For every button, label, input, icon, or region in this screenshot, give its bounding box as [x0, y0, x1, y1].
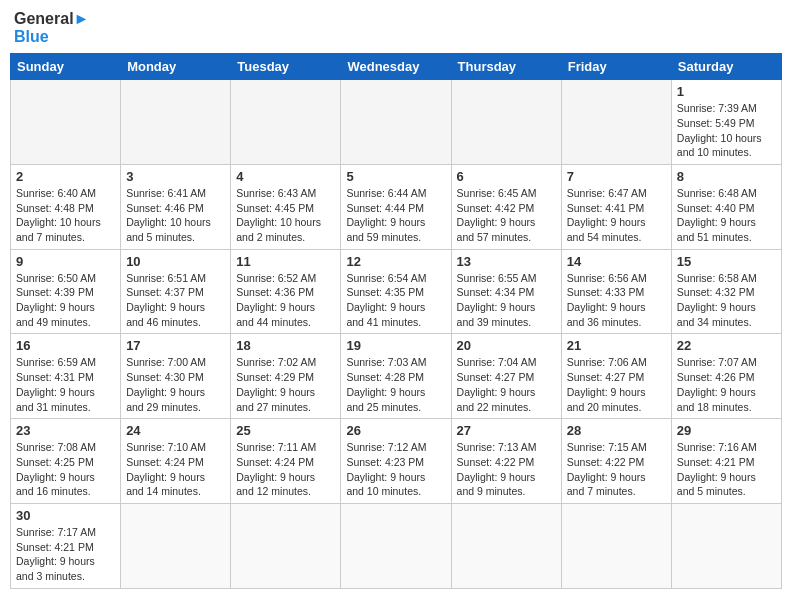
day-number: 3 — [126, 169, 225, 184]
page-header: General► Blue — [10, 10, 782, 45]
calendar-cell: 27Sunrise: 7:13 AMSunset: 4:22 PMDayligh… — [451, 419, 561, 504]
calendar-cell: 19Sunrise: 7:03 AMSunset: 4:28 PMDayligh… — [341, 334, 451, 419]
day-number: 1 — [677, 84, 776, 99]
day-number: 10 — [126, 254, 225, 269]
day-number: 23 — [16, 423, 115, 438]
day-number: 24 — [126, 423, 225, 438]
calendar-cell: 17Sunrise: 7:00 AMSunset: 4:30 PMDayligh… — [121, 334, 231, 419]
day-info: Sunrise: 7:17 AMSunset: 4:21 PMDaylight:… — [16, 525, 115, 584]
day-number: 15 — [677, 254, 776, 269]
day-info: Sunrise: 6:40 AMSunset: 4:48 PMDaylight:… — [16, 186, 115, 245]
day-number: 13 — [457, 254, 556, 269]
weekday-header-wednesday: Wednesday — [341, 54, 451, 80]
calendar-cell: 22Sunrise: 7:07 AMSunset: 4:26 PMDayligh… — [671, 334, 781, 419]
day-info: Sunrise: 6:58 AMSunset: 4:32 PMDaylight:… — [677, 271, 776, 330]
day-info: Sunrise: 6:59 AMSunset: 4:31 PMDaylight:… — [16, 355, 115, 414]
calendar-cell: 8Sunrise: 6:48 AMSunset: 4:40 PMDaylight… — [671, 164, 781, 249]
logo-container: General► Blue — [14, 10, 89, 45]
day-info: Sunrise: 6:45 AMSunset: 4:42 PMDaylight:… — [457, 186, 556, 245]
calendar-cell: 20Sunrise: 7:04 AMSunset: 4:27 PMDayligh… — [451, 334, 561, 419]
day-number: 11 — [236, 254, 335, 269]
day-number: 2 — [16, 169, 115, 184]
week-row-6: 30Sunrise: 7:17 AMSunset: 4:21 PMDayligh… — [11, 503, 782, 588]
day-info: Sunrise: 7:11 AMSunset: 4:24 PMDaylight:… — [236, 440, 335, 499]
calendar-table: SundayMondayTuesdayWednesdayThursdayFrid… — [10, 53, 782, 589]
day-info: Sunrise: 6:55 AMSunset: 4:34 PMDaylight:… — [457, 271, 556, 330]
day-number: 20 — [457, 338, 556, 353]
day-info: Sunrise: 7:16 AMSunset: 4:21 PMDaylight:… — [677, 440, 776, 499]
day-info: Sunrise: 7:04 AMSunset: 4:27 PMDaylight:… — [457, 355, 556, 414]
calendar-cell: 10Sunrise: 6:51 AMSunset: 4:37 PMDayligh… — [121, 249, 231, 334]
calendar-cell: 25Sunrise: 7:11 AMSunset: 4:24 PMDayligh… — [231, 419, 341, 504]
day-number: 26 — [346, 423, 445, 438]
calendar-cell — [231, 80, 341, 165]
day-number: 19 — [346, 338, 445, 353]
day-info: Sunrise: 6:54 AMSunset: 4:35 PMDaylight:… — [346, 271, 445, 330]
calendar-cell — [451, 80, 561, 165]
day-number: 28 — [567, 423, 666, 438]
calendar-cell: 4Sunrise: 6:43 AMSunset: 4:45 PMDaylight… — [231, 164, 341, 249]
day-number: 5 — [346, 169, 445, 184]
calendar-cell: 7Sunrise: 6:47 AMSunset: 4:41 PMDaylight… — [561, 164, 671, 249]
day-info: Sunrise: 6:44 AMSunset: 4:44 PMDaylight:… — [346, 186, 445, 245]
day-info: Sunrise: 6:41 AMSunset: 4:46 PMDaylight:… — [126, 186, 225, 245]
calendar-cell: 30Sunrise: 7:17 AMSunset: 4:21 PMDayligh… — [11, 503, 121, 588]
day-number: 22 — [677, 338, 776, 353]
calendar-cell — [11, 80, 121, 165]
week-row-5: 23Sunrise: 7:08 AMSunset: 4:25 PMDayligh… — [11, 419, 782, 504]
day-info: Sunrise: 6:56 AMSunset: 4:33 PMDaylight:… — [567, 271, 666, 330]
day-number: 7 — [567, 169, 666, 184]
day-number: 4 — [236, 169, 335, 184]
weekday-header-thursday: Thursday — [451, 54, 561, 80]
calendar-cell: 6Sunrise: 6:45 AMSunset: 4:42 PMDaylight… — [451, 164, 561, 249]
logo-blue-text: Blue — [14, 28, 89, 46]
week-row-1: 1Sunrise: 7:39 AMSunset: 5:49 PMDaylight… — [11, 80, 782, 165]
day-number: 9 — [16, 254, 115, 269]
day-info: Sunrise: 7:02 AMSunset: 4:29 PMDaylight:… — [236, 355, 335, 414]
weekday-header-row: SundayMondayTuesdayWednesdayThursdayFrid… — [11, 54, 782, 80]
day-number: 8 — [677, 169, 776, 184]
calendar-cell — [561, 503, 671, 588]
calendar-cell — [121, 80, 231, 165]
calendar-cell: 5Sunrise: 6:44 AMSunset: 4:44 PMDaylight… — [341, 164, 451, 249]
calendar-cell: 23Sunrise: 7:08 AMSunset: 4:25 PMDayligh… — [11, 419, 121, 504]
day-info: Sunrise: 7:15 AMSunset: 4:22 PMDaylight:… — [567, 440, 666, 499]
day-info: Sunrise: 7:07 AMSunset: 4:26 PMDaylight:… — [677, 355, 776, 414]
weekday-header-tuesday: Tuesday — [231, 54, 341, 80]
day-info: Sunrise: 6:52 AMSunset: 4:36 PMDaylight:… — [236, 271, 335, 330]
day-info: Sunrise: 7:39 AMSunset: 5:49 PMDaylight:… — [677, 101, 776, 160]
day-info: Sunrise: 6:47 AMSunset: 4:41 PMDaylight:… — [567, 186, 666, 245]
weekday-header-sunday: Sunday — [11, 54, 121, 80]
calendar-cell — [341, 503, 451, 588]
logo-general-text: General► — [14, 10, 89, 28]
day-number: 25 — [236, 423, 335, 438]
day-info: Sunrise: 6:48 AMSunset: 4:40 PMDaylight:… — [677, 186, 776, 245]
logo: General► Blue — [14, 10, 89, 45]
day-info: Sunrise: 7:12 AMSunset: 4:23 PMDaylight:… — [346, 440, 445, 499]
day-number: 27 — [457, 423, 556, 438]
day-number: 17 — [126, 338, 225, 353]
day-info: Sunrise: 7:06 AMSunset: 4:27 PMDaylight:… — [567, 355, 666, 414]
day-number: 6 — [457, 169, 556, 184]
day-info: Sunrise: 7:13 AMSunset: 4:22 PMDaylight:… — [457, 440, 556, 499]
day-info: Sunrise: 6:43 AMSunset: 4:45 PMDaylight:… — [236, 186, 335, 245]
calendar-cell: 21Sunrise: 7:06 AMSunset: 4:27 PMDayligh… — [561, 334, 671, 419]
calendar-cell: 26Sunrise: 7:12 AMSunset: 4:23 PMDayligh… — [341, 419, 451, 504]
calendar-cell: 9Sunrise: 6:50 AMSunset: 4:39 PMDaylight… — [11, 249, 121, 334]
calendar-cell — [561, 80, 671, 165]
day-number: 14 — [567, 254, 666, 269]
day-number: 29 — [677, 423, 776, 438]
week-row-3: 9Sunrise: 6:50 AMSunset: 4:39 PMDaylight… — [11, 249, 782, 334]
day-number: 12 — [346, 254, 445, 269]
weekday-header-friday: Friday — [561, 54, 671, 80]
calendar-cell — [451, 503, 561, 588]
calendar-cell: 16Sunrise: 6:59 AMSunset: 4:31 PMDayligh… — [11, 334, 121, 419]
calendar-cell: 12Sunrise: 6:54 AMSunset: 4:35 PMDayligh… — [341, 249, 451, 334]
weekday-header-saturday: Saturday — [671, 54, 781, 80]
week-row-4: 16Sunrise: 6:59 AMSunset: 4:31 PMDayligh… — [11, 334, 782, 419]
calendar-cell — [671, 503, 781, 588]
calendar-cell — [341, 80, 451, 165]
calendar-cell: 13Sunrise: 6:55 AMSunset: 4:34 PMDayligh… — [451, 249, 561, 334]
calendar-cell: 15Sunrise: 6:58 AMSunset: 4:32 PMDayligh… — [671, 249, 781, 334]
day-info: Sunrise: 6:50 AMSunset: 4:39 PMDaylight:… — [16, 271, 115, 330]
